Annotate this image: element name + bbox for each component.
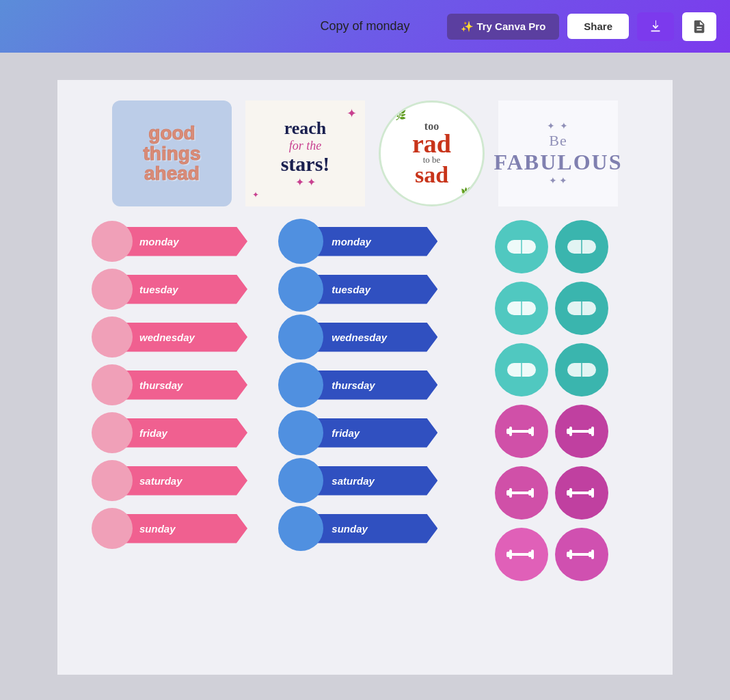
pink-circle-sunday	[92, 508, 133, 549]
pink-circle-tuesday	[92, 269, 133, 310]
blue-day-friday: friday	[278, 412, 451, 454]
pill-icon	[506, 362, 537, 377]
pill-icon	[506, 239, 537, 254]
pills-row-3	[465, 343, 638, 396]
pill-circle-4	[555, 282, 608, 335]
blue-circle-wednesday	[278, 314, 323, 360]
dumbbell-icon	[506, 485, 537, 501]
pink-circle-monday	[92, 221, 133, 262]
download-icon	[648, 19, 663, 34]
dumbbell-icon	[567, 546, 597, 563]
dumbbell-circle-1	[495, 405, 548, 458]
pink-circle-wednesday	[92, 317, 133, 358]
sticker-reach-text: reach for the stars! ✦ ✦	[281, 118, 330, 189]
blue-day-tuesday: tuesday	[278, 268, 451, 310]
sticker-rad-text: too rad to be sad	[412, 121, 451, 186]
svg-rect-31	[569, 488, 572, 498]
pink-day-saturday: saturday	[92, 459, 265, 502]
dumbbell-icon	[567, 423, 597, 440]
pink-day-tuesday: tuesday	[92, 268, 265, 310]
pink-circle-friday	[92, 412, 133, 453]
blue-days-column: monday tuesday wednesday thursday friday…	[278, 220, 451, 581]
pill-circle-2	[555, 220, 608, 273]
svg-rect-20	[569, 427, 572, 436]
pill-icon	[506, 301, 537, 316]
doc-button[interactable]	[682, 12, 716, 41]
pink-day-wednesday: wednesday	[92, 316, 265, 358]
pill-circle-5	[495, 343, 548, 396]
pill-circle-6	[555, 343, 608, 396]
blue-day-monday: monday	[278, 220, 451, 262]
dumbbell-icon	[506, 546, 537, 563]
svg-rect-44	[572, 553, 591, 556]
svg-rect-36	[509, 550, 512, 559]
svg-rect-34	[572, 492, 591, 494]
svg-rect-18	[512, 430, 531, 433]
dumbbell-circle-3	[495, 466, 548, 520]
pill-circle-1	[495, 220, 548, 273]
blue-circle-tuesday	[278, 267, 323, 312]
icons-column	[465, 220, 638, 581]
svg-rect-41	[569, 550, 572, 559]
pink-day-sunday: sunday	[92, 507, 265, 550]
page-title: Copy of monday	[320, 19, 409, 33]
canvas-area: goodthingsahead reach for the stars! ✦ ✦…	[0, 53, 730, 700]
dumbbell-circle-5	[495, 528, 548, 581]
doc-icon	[692, 19, 707, 34]
dumbbell-icon	[567, 485, 597, 501]
pills-row-2	[465, 282, 638, 335]
dumbbell-circle-2	[555, 405, 608, 458]
sticker-reach-stars: reach for the stars! ✦ ✦ ✦ ✦	[245, 100, 365, 206]
dumbbell-row-3	[465, 528, 638, 581]
pill-circle-3	[495, 282, 548, 335]
dumbbell-circle-4	[555, 466, 608, 520]
dumbbell-row-2	[465, 466, 638, 520]
svg-rect-38	[531, 550, 534, 559]
svg-rect-39	[512, 553, 531, 556]
download-button[interactable]	[637, 12, 674, 41]
svg-rect-43	[591, 550, 594, 559]
pink-circle-thursday	[92, 364, 133, 405]
dumbbell-row-1	[465, 405, 638, 458]
dumbbell-icon	[506, 423, 537, 440]
svg-rect-28	[531, 488, 534, 498]
svg-rect-29	[512, 492, 531, 494]
sticker-be-fabulous: ✦ ✦ Be FABULOUS ✦ ✦	[498, 100, 618, 206]
pills-row-1	[465, 220, 638, 273]
pink-day-monday: monday	[92, 220, 265, 262]
blue-day-sunday: sunday	[278, 507, 451, 550]
pink-circle-saturday	[92, 460, 133, 501]
blue-circle-thursday	[278, 362, 323, 407]
share-button[interactable]: Share	[567, 14, 629, 39]
svg-rect-14	[509, 427, 512, 436]
sticker-fabulous-text: ✦ ✦ Be FABULOUS ✦ ✦	[494, 120, 623, 187]
blue-day-wednesday: wednesday	[278, 316, 451, 358]
svg-rect-33	[591, 488, 594, 498]
blue-circle-friday	[278, 410, 323, 455]
pink-days-column: monday tuesday wednesday thursday friday…	[92, 220, 265, 581]
sticker-too-rad: too rad to be sad 🌿 🌿	[379, 100, 485, 206]
svg-rect-26	[509, 488, 512, 498]
pink-day-friday: friday	[92, 412, 265, 454]
dumbbell-circle-6	[555, 528, 608, 581]
svg-rect-17	[531, 427, 534, 436]
blue-circle-saturday	[278, 458, 323, 503]
stickers-row: goodthingsahead reach for the stars! ✦ ✦…	[92, 100, 638, 206]
blue-day-saturday: saturday	[278, 459, 451, 502]
days-pills-grid: monday tuesday wednesday thursday friday…	[92, 220, 638, 581]
blue-day-thursday: thursday	[278, 364, 451, 406]
pill-icon	[567, 362, 597, 377]
pill-icon	[567, 301, 597, 316]
blue-circle-sunday	[278, 506, 323, 551]
svg-rect-24	[572, 430, 591, 433]
header: Copy of monday ✨ Try Canva Pro Share	[0, 0, 730, 53]
blue-circle-monday	[278, 219, 323, 264]
canva-pro-button[interactable]: ✨ Try Canva Pro	[447, 14, 559, 40]
svg-rect-23	[591, 427, 594, 436]
pill-icon	[567, 239, 597, 254]
pink-day-thursday: thursday	[92, 364, 265, 406]
sticker-good-things: goodthingsahead	[112, 100, 232, 206]
